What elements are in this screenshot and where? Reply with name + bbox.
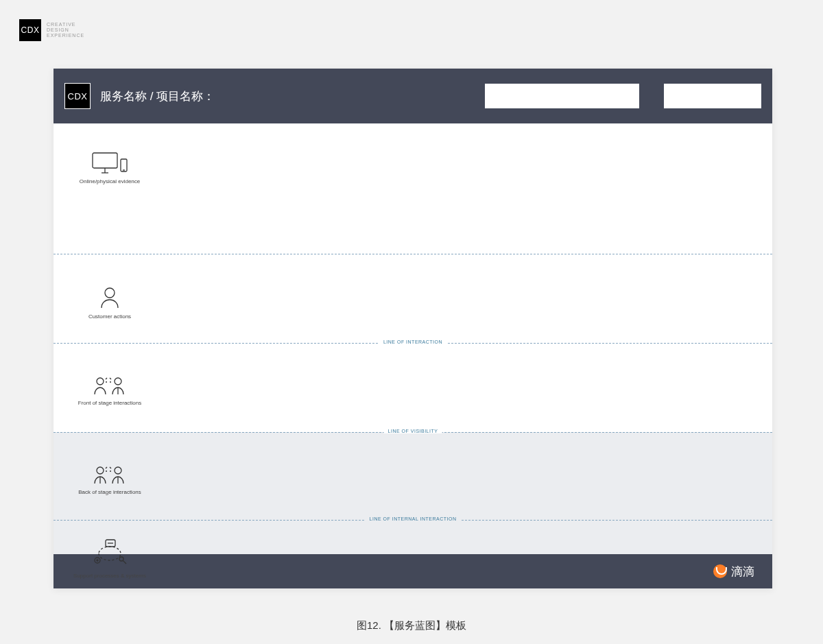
service-name-field[interactable]: [485, 84, 639, 108]
card-header: CDX 服务名称 / 项目名称：: [53, 69, 772, 123]
svg-point-11: [115, 467, 121, 474]
project-name-field[interactable]: [664, 84, 761, 108]
brand-line-1: CREATIVE: [47, 22, 84, 27]
svg-point-14: [95, 558, 100, 563]
brand-line-3: EXPERIENCE: [47, 33, 84, 38]
svg-point-5: [105, 288, 115, 298]
svg-point-6: [97, 378, 104, 385]
divider-interaction: LINE OF INTERACTION: [53, 343, 772, 344]
lane-support: Support processes & systems: [53, 523, 772, 592]
brand-text: CREATIVE DESIGN EXPERIENCE: [47, 22, 84, 38]
figure-caption: 图12. 【服务蓝图】模板: [0, 619, 823, 632]
divider-label: LINE OF INTERACTION: [379, 339, 446, 344]
svg-line-17: [123, 560, 126, 564]
lane-label: Back of stage interactions: [69, 489, 151, 495]
blueprint-template-card: CDX 服务名称 / 项目名称： Online/physical evid: [53, 69, 772, 588]
svg-point-9: [97, 467, 104, 474]
svg-point-15: [97, 560, 98, 561]
svg-rect-3: [121, 159, 127, 171]
monitor-device-icon: [69, 152, 151, 174]
lane-backstage: Back of stage interactions: [53, 436, 772, 522]
divider-label: LINE OF INTERNAL INTERACTION: [366, 516, 461, 521]
page-brand: CDX CREATIVE DESIGN EXPERIENCE: [19, 19, 84, 41]
lane-label: Customer actions: [69, 313, 151, 320]
svg-rect-0: [93, 153, 117, 168]
svg-point-7: [115, 378, 121, 385]
brand-badge-icon: CDX: [19, 19, 41, 41]
lane-label: Online/physical evidence: [69, 178, 151, 184]
blueprint-lanes: Online/physical evidence Customer action…: [53, 123, 772, 554]
divider-plain: [53, 254, 772, 254]
divider-visibility: LINE OF VISIBILITY: [53, 432, 772, 433]
header-logo-icon: CDX: [64, 83, 91, 109]
lane-label: Front of stage interactions: [69, 400, 151, 406]
lane-label: Support processes & systems: [69, 573, 151, 579]
didi-logo-icon: [713, 564, 727, 578]
lane-frontstage: Front of stage interactions: [53, 346, 772, 433]
person-icon: [69, 286, 151, 309]
divider-internal: LINE OF INTERNAL INTERACTION: [53, 520, 772, 521]
lane-customer-actions: Customer actions: [53, 257, 772, 344]
divider-label: LINE OF VISIBILITY: [384, 429, 442, 433]
process-cycle-icon: [69, 538, 151, 569]
lane-evidence: Online/physical evidence: [53, 123, 772, 210]
two-people-talk-icon: [69, 375, 151, 396]
two-people-talk-icon: [69, 464, 151, 485]
brand-line-2: DESIGN: [47, 27, 84, 33]
header-title: 服务名称 / 项目名称：: [100, 88, 215, 104]
